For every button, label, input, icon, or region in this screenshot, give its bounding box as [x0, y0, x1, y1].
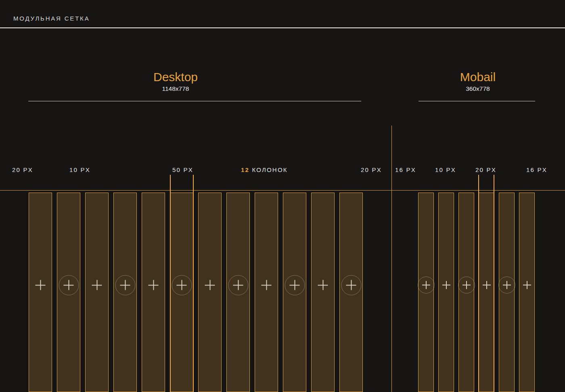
- columns-count-number: 12: [241, 166, 249, 173]
- plus-glyph: [503, 281, 511, 289]
- modular-grid-page: МОДУЛЬНАЯ СЕТКА Desktop 1148x778 Mobail …: [0, 0, 565, 392]
- grid-column: [438, 193, 454, 392]
- desktop-left-margin-label: 20 PX: [12, 166, 33, 173]
- plus-glyph: [442, 281, 450, 289]
- plus-glyph: [483, 281, 491, 289]
- mobile-column-width-label: 20 PX: [475, 166, 496, 173]
- grid-column: [479, 193, 494, 392]
- grid-column: [418, 193, 434, 392]
- mobile-column-width-marker-right: [494, 175, 494, 392]
- desktop-resolution: 1148x778: [115, 85, 236, 92]
- mobile-resolution: 360x778: [417, 85, 538, 92]
- circled-plus-icon: [503, 281, 511, 289]
- mobile-left-margin-label: 16 PX: [395, 166, 416, 173]
- page-title: МОДУЛЬНАЯ СЕТКА: [13, 15, 90, 22]
- plus-icon: [442, 281, 450, 289]
- plus-glyph: [422, 281, 430, 289]
- circled-plus-icon: [462, 281, 471, 289]
- grid-column: [499, 193, 515, 392]
- columns-count-word: КОЛОНОК: [252, 166, 287, 173]
- desktop-right-margin-label: 20 PX: [361, 166, 382, 173]
- plus-icon: [523, 281, 531, 289]
- device-separator-line: [391, 126, 392, 392]
- desktop-column-width-marker-right: [193, 175, 194, 392]
- desktop-title: Desktop: [115, 71, 236, 83]
- desktop-column-width-label: 50 PX: [172, 166, 193, 173]
- plus-glyph: [523, 281, 531, 289]
- grid-column: [519, 193, 535, 392]
- header-bar: МОДУЛЬНАЯ СЕТКА: [0, 0, 565, 28]
- desktop-gutter-label: 10 PX: [69, 166, 90, 173]
- grid-column: [458, 193, 474, 392]
- mobile-underline: [419, 101, 535, 101]
- desktop-columns-count-label: 12 КОЛОНОК: [241, 166, 288, 173]
- mobile-heading: Mobail 360x778: [417, 71, 538, 92]
- plus-glyph: [462, 281, 471, 289]
- desktop-underline: [28, 101, 361, 101]
- circled-plus-icon: [422, 281, 430, 289]
- desktop-heading: Desktop 1148x778: [115, 71, 236, 92]
- mobile-grid: [0, 193, 565, 392]
- mobile-gutter-label: 10 PX: [435, 166, 456, 173]
- mobile-right-margin-label: 16 PX: [526, 166, 547, 173]
- grid-top-line: [0, 190, 565, 191]
- desktop-column-width-marker-left: [170, 175, 171, 392]
- mobile-title: Mobail: [417, 71, 538, 83]
- mobile-column-width-marker-left: [478, 175, 479, 392]
- plus-icon: [483, 281, 491, 289]
